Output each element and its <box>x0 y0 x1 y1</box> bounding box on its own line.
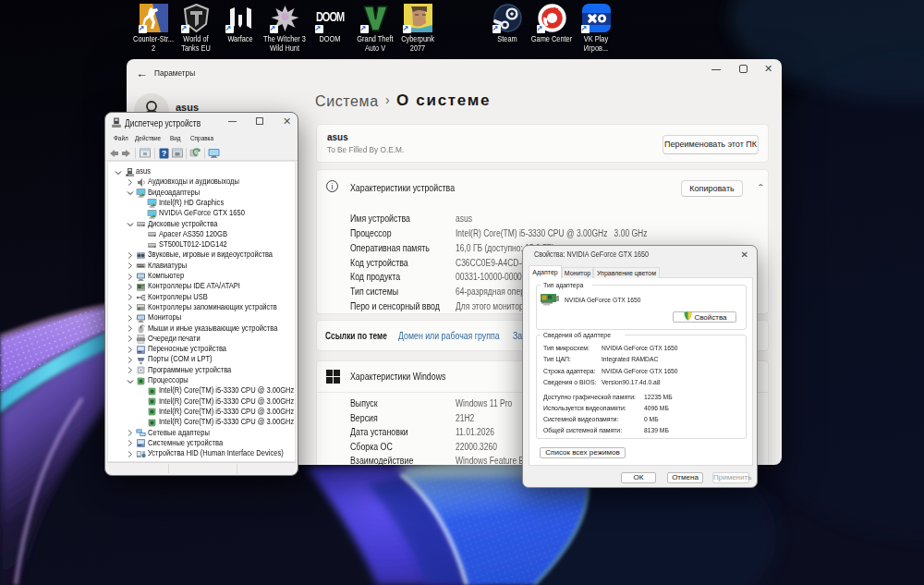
svg-text:?: ? <box>162 149 167 158</box>
